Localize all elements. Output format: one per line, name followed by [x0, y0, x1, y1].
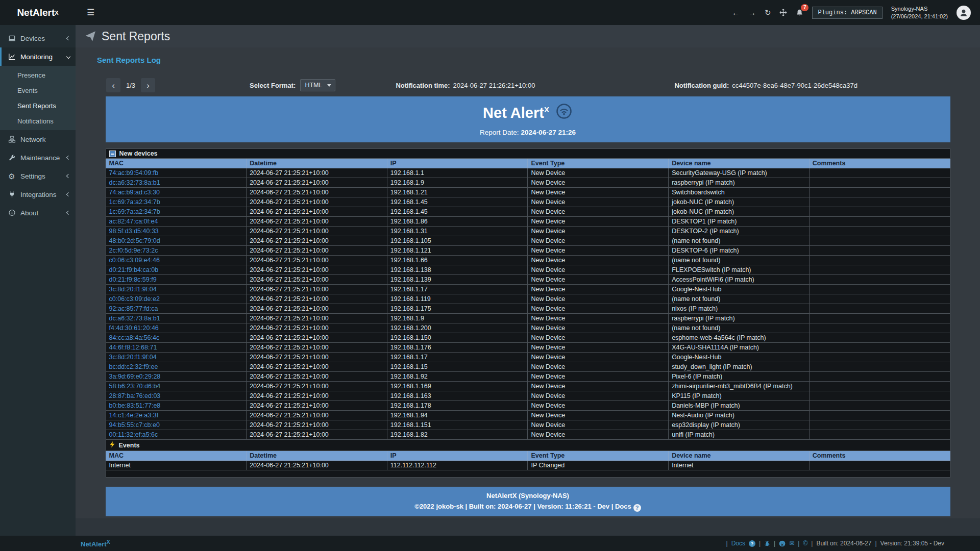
bug-report-icon[interactable]	[764, 540, 770, 546]
mac-cell[interactable]: 98:5f:d3:d5:40:33	[106, 227, 247, 236]
sent-reports-log-link[interactable]: Sent Reports Log	[97, 56, 161, 64]
mac-cell[interactable]: 1c:69:7a:a2:34:7b	[106, 197, 247, 207]
cell: 2024-06-27 21:25:21+10:00	[247, 275, 387, 285]
mac-cell[interactable]: 28:87:ba:76:ed:03	[106, 391, 247, 401]
table-row: 44:6f:f8:12:68:712024-06-27 21:25:21+10:…	[106, 343, 950, 353]
mac-cell[interactable]: c0:06:c3:09:e4:46	[106, 256, 247, 265]
cell: 192.168.1.21	[387, 188, 528, 197]
mac-cell[interactable]: dc:a6:32:73:8a:b1	[106, 178, 247, 188]
plugins-badge[interactable]: Plugins: ARPSCAN	[812, 7, 882, 19]
mac-cell[interactable]: 92:ac:85:77:fd:ca	[106, 304, 247, 314]
mac-cell[interactable]: 74:ac:b9:ad:c3:30	[106, 188, 247, 197]
refresh-icon[interactable]: ↻	[765, 9, 771, 16]
mac-cell[interactable]: 3c:8d:20:f1:9f:04	[106, 285, 247, 294]
docs-link[interactable]: Docs	[731, 540, 745, 547]
notification-time-value: 2024-06-27 21:26:21+10:00	[453, 82, 535, 89]
column-header: MAC	[106, 159, 247, 168]
cell: New Device	[528, 372, 669, 382]
next-page-button[interactable]: ›	[141, 78, 155, 92]
back-icon[interactable]: ←	[732, 9, 740, 16]
help-glyph: ?	[751, 541, 754, 546]
footer-brand-link[interactable]: NetAlertX	[81, 539, 110, 548]
cell: 2024-06-27 21:25:21+10:00	[247, 401, 387, 411]
sidebar-item-devices[interactable]: Devices	[0, 29, 76, 47]
report-title-sup: X	[544, 105, 549, 114]
column-header-row: MACDatetimeIPEvent TypeDevice nameCommen…	[106, 159, 950, 168]
sidebar-item-sent-reports[interactable]: Sent Reports	[0, 98, 76, 113]
notifications-bell-icon[interactable]: 7	[796, 9, 803, 17]
cell: 2024-06-27 21:25:21+10:00	[247, 461, 387, 470]
mac-cell[interactable]: d0:21:f9:b4:ca:0b	[106, 265, 247, 275]
cell: 2024-06-27 21:25:21+10:00	[247, 420, 387, 430]
mac-cell[interactable]: 3c:8d:20:f1:9f:04	[106, 353, 247, 362]
sidebar-item-integrations[interactable]: Integrations	[0, 185, 76, 204]
cell	[809, 401, 950, 411]
sidebar-item-maintenance[interactable]: Maintenance	[0, 148, 76, 167]
cell: 192.168.1.119	[387, 294, 528, 304]
envelope-icon[interactable]: ✉	[789, 540, 794, 547]
format-select[interactable]: HTML	[300, 79, 335, 91]
cell	[809, 343, 950, 353]
sidebar-item-events[interactable]: Events	[0, 83, 76, 98]
sidebar-item-monitoring[interactable]: Monitoring	[0, 47, 76, 66]
mac-cell[interactable]: 84:cc:a8:4a:56:4c	[106, 333, 247, 343]
table-row: 74:ac:b9:54:09:fb2024-06-27 21:25:21+10:…	[106, 168, 950, 178]
notification-time: Notification time:2024-06-27 21:26:21+10…	[396, 82, 535, 89]
mac-cell[interactable]: bc:dd:c2:32:f9:ee	[106, 362, 247, 372]
mac-cell[interactable]: 58:b6:23:70:d6:b4	[106, 382, 247, 391]
help-circle-icon[interactable]: ?	[749, 540, 755, 547]
mac-cell[interactable]: Internet	[106, 461, 247, 470]
mac-cell[interactable]: 48:b0:2d:5c:79:0d	[106, 236, 247, 246]
github-icon[interactable]	[779, 540, 786, 547]
cell: New Device	[528, 197, 669, 207]
table-row: 84:cc:a8:4a:56:4c2024-06-27 21:25:21+10:…	[106, 333, 950, 343]
notification-guid-value: cc44507e-8ea6-48e7-90c1-26de548ca37d	[732, 82, 857, 89]
cell: 192.168.1.82	[387, 430, 528, 440]
mac-cell[interactable]: dc:a6:32:73:8a:b1	[106, 314, 247, 323]
cell: New Device	[528, 207, 669, 217]
mac-cell[interactable]: 3a:9d:69:e0:29:28	[106, 372, 247, 382]
mac-cell[interactable]: c0:06:c3:09:de:e2	[106, 294, 247, 304]
forward-icon[interactable]: →	[748, 9, 756, 16]
cell: New Device	[528, 353, 669, 362]
sidebar-item-label: About	[20, 209, 38, 217]
copyright-icon[interactable]: ©	[803, 540, 807, 547]
mac-cell[interactable]: 14:c1:4e:2e:a3:3f	[106, 411, 247, 420]
brand-logo[interactable]: NetAlertX	[0, 0, 76, 25]
mac-cell[interactable]: 2c:f0:5d:9e:73:2c	[106, 246, 247, 256]
mac-cell[interactable]: 00:11:32:ef:a5:6c	[106, 430, 247, 440]
mac-cell[interactable]: 94:b5:55:c7:cb:e0	[106, 420, 247, 430]
cell: 2024-06-27 21:25:21+10:00	[247, 236, 387, 246]
cell: DESKTOP1 (IP match)	[669, 217, 810, 227]
cell: 192.168.1.45	[387, 197, 528, 207]
cell	[809, 168, 950, 178]
prev-page-button[interactable]: ‹	[106, 78, 120, 92]
sidebar-item-notifications[interactable]: Notifications	[0, 113, 76, 129]
mac-cell[interactable]: 74:ac:b9:54:09:fb	[106, 168, 247, 178]
sidebar-item-about[interactable]: About	[0, 204, 76, 222]
mac-cell[interactable]: f4:4d:30:61:20:46	[106, 323, 247, 333]
sidebar-subitem-label: Sent Reports	[17, 102, 56, 110]
help-glyph: ?	[635, 504, 639, 513]
report-preview: Net AlertX Report Date:2024-06-27 21:26	[106, 96, 950, 516]
sidebar-toggle-icon[interactable]: ☰	[87, 7, 94, 18]
cell: Google-Nest-Hub	[669, 285, 810, 294]
chevron-left-icon	[66, 211, 70, 215]
sidebar-item-network[interactable]: Network	[0, 130, 76, 148]
user-avatar[interactable]	[957, 6, 971, 20]
sidebar-item-label: Devices	[20, 35, 45, 42]
events-section-row: Events	[106, 440, 950, 451]
mac-cell[interactable]: d0:21:f9:8c:59:f9	[106, 275, 247, 285]
mac-cell[interactable]: ac:82:47:ca:0f:e4	[106, 217, 247, 227]
move-icon[interactable]	[779, 9, 787, 16]
mac-cell[interactable]: 1c:69:7a:a2:34:7b	[106, 207, 247, 217]
mac-cell[interactable]: b0:be:83:51:77:e8	[106, 401, 247, 411]
sidebar-item-presence[interactable]: Presence	[0, 67, 76, 83]
chevron-left-icon	[66, 174, 70, 178]
cell: New Device	[528, 168, 669, 178]
mac-cell[interactable]: 44:6f:f8:12:68:71	[106, 343, 247, 353]
sidebar-item-settings[interactable]: ⚙ Settings	[0, 167, 76, 185]
sidebar: Devices Monitoring Presence Events	[0, 25, 76, 536]
cell: 2024-06-27 21:25:21+10:00	[247, 333, 387, 343]
cell: esphome-web-4a564c (IP match)	[669, 333, 810, 343]
